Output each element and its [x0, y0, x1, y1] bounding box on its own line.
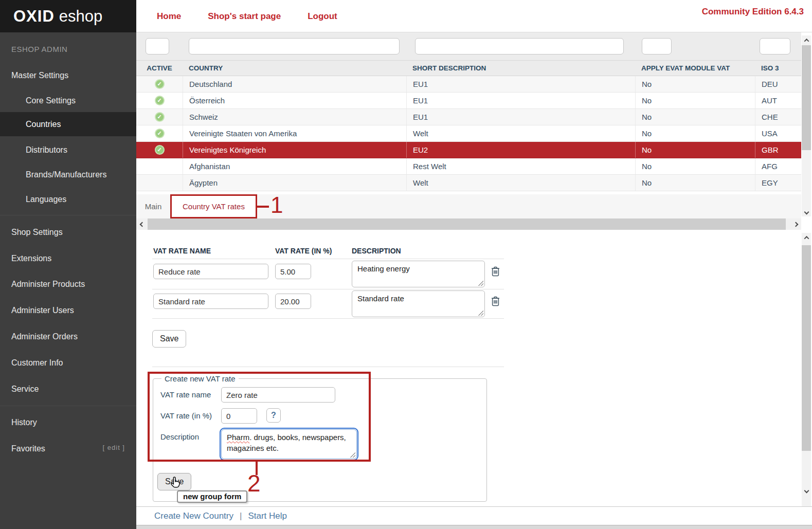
column-header-short-description[interactable]: SHORT DESCRIPTION: [406, 64, 635, 72]
new-vat-rate-description-textarea[interactable]: Pharm. drugs, books, newspapers, magazin…: [221, 429, 357, 459]
filter-active-input[interactable]: [146, 38, 169, 54]
sidebar-item-favorites[interactable]: Favorites: [11, 442, 45, 456]
sidebar-item-countries[interactable]: Countries: [0, 112, 136, 136]
active-check-icon: [155, 112, 165, 122]
vertical-scrollbar-thumb[interactable]: [802, 45, 811, 150]
table-row[interactable]: Ägypten Welt No EGY: [136, 175, 801, 191]
table-row[interactable]: Deutschland EU1 No DEU: [136, 76, 801, 93]
sidebar-divider: [0, 215, 136, 215]
scroll-down-button[interactable]: [802, 207, 811, 216]
scroll-up-button[interactable]: [802, 35, 811, 45]
iso3-cell: DEU: [755, 76, 801, 92]
sidebar-item-administer-orders[interactable]: Administer Orders: [11, 330, 78, 344]
country-cell: Schweiz: [183, 109, 406, 125]
tab-main[interactable]: Main: [136, 202, 170, 211]
sidebar-item-history[interactable]: History: [11, 415, 37, 430]
logo-secondary: eshop: [59, 7, 102, 26]
scroll-left-button[interactable]: [136, 218, 148, 230]
favorites-edit-link[interactable]: [ edit ]: [103, 444, 125, 451]
evat-cell: No: [635, 109, 755, 125]
short-description-cell: Rest Welt: [406, 158, 635, 174]
table-row[interactable]: Schweiz EU1 No CHE: [136, 109, 801, 125]
bottom-strip: [136, 525, 812, 529]
sidebar-item-administer-users[interactable]: Administer Users: [11, 303, 74, 318]
help-button[interactable]: ?: [266, 408, 281, 423]
country-cell: Österreich: [183, 93, 406, 108]
oxid-eshop-logo: OXID eshop: [0, 0, 136, 32]
scroll-up-button[interactable]: [802, 233, 811, 242]
filter-evat-input[interactable]: [642, 38, 672, 54]
table-row[interactable]: Österreich EU1 No AUT: [136, 93, 801, 109]
country-cell: Vereinigte Staaten von Amerika: [183, 125, 406, 141]
vat-rate-value-input[interactable]: [275, 264, 311, 279]
description-label: Description: [160, 429, 221, 441]
chevron-down-icon: [804, 209, 809, 214]
delete-vat-rate-button[interactable]: [491, 296, 500, 308]
iso3-cell: AUT: [755, 93, 801, 108]
horizontal-scrollbar: [136, 218, 801, 230]
short-description-cell: EU1: [406, 93, 635, 108]
short-description-cell: Welt: [406, 125, 635, 141]
column-header-active[interactable]: ACTIVE: [136, 64, 183, 72]
vat-rate-name-input[interactable]: [153, 264, 268, 279]
sidebar-item-administer-products[interactable]: Administer Products: [11, 277, 85, 291]
short-description-cell: Welt: [406, 175, 635, 191]
table-row[interactable]: Afghanistan Rest Welt No AFG: [136, 158, 801, 175]
vat-rate-description-textarea[interactable]: Standard rate: [352, 290, 485, 317]
tab-country-vat-rates[interactable]: Country VAT rates: [170, 194, 257, 218]
country-cell: Ägypten: [183, 175, 406, 191]
form-row: VAT rate name: [160, 387, 479, 403]
nav-shop-start-page-link[interactable]: Shop's start page: [208, 11, 281, 22]
column-header-country[interactable]: COUNTRY: [183, 64, 406, 72]
vertical-scrollbar-thumb[interactable]: [802, 245, 811, 451]
short-description-cell: EU1: [406, 109, 635, 125]
filter-country-input[interactable]: [189, 38, 400, 54]
table-row[interactable]: Vereinigte Staaten von Amerika Welt No U…: [136, 125, 801, 142]
sidebar-item-extensions[interactable]: Extensions: [11, 251, 51, 266]
filter-iso3-input[interactable]: [760, 38, 790, 54]
column-header-apply-evat[interactable]: APPLY EVAT MODULE VAT: [635, 64, 755, 72]
chevron-up-icon: [804, 235, 809, 241]
sidebar-item-master-settings[interactable]: Master Settings: [11, 68, 68, 83]
chevron-left-icon: [139, 222, 145, 227]
country-vat-rates-panel: VAT RATE NAME VAT RATE (IN %) DESCRIPTIO…: [136, 230, 801, 506]
active-check-icon: [155, 96, 165, 105]
footer-separator: |: [240, 511, 242, 521]
new-vat-rate-name-input[interactable]: [221, 387, 335, 403]
separator: [152, 367, 504, 367]
misspelled-word: Pharm: [227, 433, 249, 442]
create-new-country-link[interactable]: Create New Country: [154, 511, 233, 521]
scroll-down-button[interactable]: [802, 486, 811, 495]
sidebar-item-customer-info[interactable]: Customer Info: [11, 356, 63, 370]
logo-primary: OXID: [13, 7, 55, 26]
iso3-cell: EGY: [755, 175, 801, 191]
horizontal-scrollbar-thumb[interactable]: [148, 218, 786, 230]
separator: [152, 318, 504, 319]
filter-short-description-input[interactable]: [415, 38, 624, 54]
active-check-icon: [155, 129, 165, 138]
start-help-link[interactable]: Start Help: [248, 511, 287, 521]
new-vat-rate-value-input[interactable]: [221, 408, 257, 424]
vat-column-header-rate: VAT RATE (IN %): [275, 247, 332, 255]
vat-rate-value-input[interactable]: [275, 294, 311, 309]
nav-home-link[interactable]: Home: [157, 11, 181, 22]
fieldset-legend: Create new VAT rate: [161, 374, 239, 383]
sidebar-item-shop-settings[interactable]: Shop Settings: [11, 225, 63, 240]
sidebar-item-brands-manufacturers[interactable]: Brands/Manufacturers: [26, 168, 106, 182]
sidebar-item-distributors[interactable]: Distributors: [26, 143, 67, 157]
table-row-selected[interactable]: Vereinigtes Königreich EU2 No GBR: [136, 142, 801, 158]
save-vat-rates-button[interactable]: Save: [152, 330, 186, 348]
sidebar-divider: [0, 406, 136, 406]
vat-rate-name-input[interactable]: [153, 294, 268, 309]
evat-cell: No: [635, 76, 755, 92]
iso3-cell: CHE: [755, 109, 801, 125]
sidebar-item-service[interactable]: Service: [11, 382, 39, 396]
sidebar-item-languages[interactable]: Languages: [26, 192, 66, 207]
scroll-right-button[interactable]: [790, 218, 801, 230]
delete-vat-rate-button[interactable]: [491, 266, 500, 278]
nav-logout-link[interactable]: Logout: [308, 11, 337, 22]
column-header-iso3[interactable]: ISO 3: [755, 64, 801, 72]
sidebar-item-core-settings[interactable]: Core Settings: [26, 94, 76, 108]
vat-column-header-description: DESCRIPTION: [352, 247, 401, 255]
vat-rate-description-textarea[interactable]: Heating energy: [352, 261, 485, 287]
